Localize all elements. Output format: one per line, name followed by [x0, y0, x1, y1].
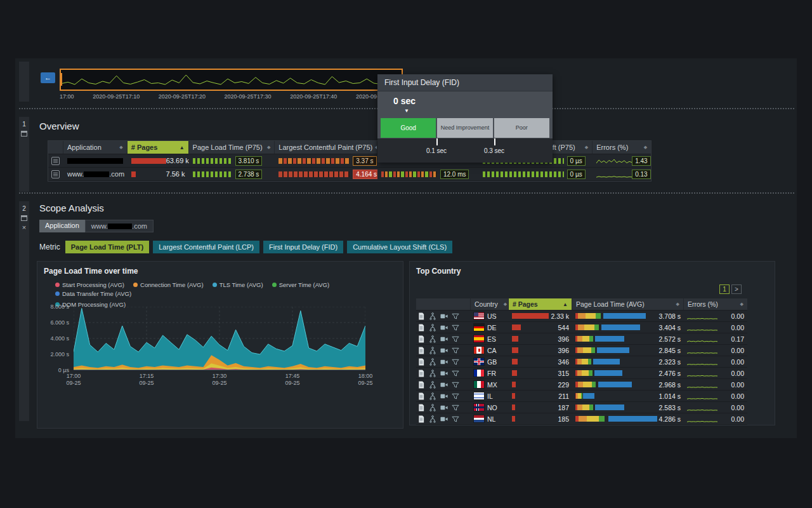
- filter-icon[interactable]: [452, 392, 459, 400]
- country-row[interactable]: DE5443.404 s0.00: [416, 322, 747, 333]
- filter-icon[interactable]: [452, 381, 459, 389]
- row-detail-icon[interactable]: [51, 170, 60, 178]
- filter-icon[interactable]: [452, 415, 459, 423]
- country-row[interactable]: FR3152.476 s0.00: [416, 368, 747, 379]
- header-lcp[interactable]: Largest Contentful Paint (P75)◆: [275, 141, 377, 154]
- plt-area-chart[interactable]: 8.000 s6.000 s4.000 s2.000 s0 µs17:0009-…: [74, 307, 365, 370]
- user-session-icon[interactable]: [429, 347, 436, 354]
- country-row[interactable]: CA3962.845 s0.00: [416, 345, 747, 356]
- mx-flag-icon: [474, 381, 484, 388]
- page-icon[interactable]: [417, 324, 425, 331]
- metric-button-2[interactable]: Largest Contentful Paint (LCP): [153, 241, 259, 253]
- application-filter-value[interactable]: www..com: [85, 220, 154, 232]
- country-row[interactable]: NO1872.583 s0.00: [416, 402, 747, 413]
- country-row[interactable]: IL2111.014 s0.00: [416, 391, 747, 402]
- legend-item[interactable]: Server Time (AVG): [272, 281, 330, 288]
- pages-cell: 396: [509, 345, 572, 356]
- page-icon[interactable]: [417, 347, 425, 354]
- header-errors[interactable]: Errors (%)◆: [684, 298, 747, 310]
- country-row[interactable]: NL1854.286 s0.00: [416, 413, 747, 425]
- session-replay-icon[interactable]: [440, 335, 448, 343]
- legend-item[interactable]: Data Transfer Time (AVG): [55, 290, 131, 297]
- country-code: CA: [487, 347, 497, 354]
- time-tick: 2020-09-25T17:40: [290, 93, 337, 100]
- filter-icon[interactable]: [452, 370, 459, 377]
- filter-icon[interactable]: [452, 312, 459, 320]
- page-icon[interactable]: [417, 312, 425, 320]
- metric-button-3[interactable]: First Input Delay (FID): [263, 241, 343, 253]
- header-page-load-time[interactable]: Page Load Time (AVG)◆: [572, 298, 684, 310]
- page-number-button[interactable]: 1: [719, 284, 730, 294]
- user-session-icon[interactable]: [429, 358, 436, 366]
- pages-cell: 187: [509, 402, 572, 413]
- session-replay-icon[interactable]: [440, 381, 448, 389]
- filter-icon[interactable]: [452, 358, 459, 366]
- plt-value: 2.323 s: [659, 358, 681, 366]
- plt-cell: 3.708 s: [572, 311, 684, 321]
- user-session-icon[interactable]: [429, 415, 436, 423]
- page-icon[interactable]: [417, 335, 425, 343]
- sort-asc-icon: ▲: [180, 145, 185, 150]
- session-replay-icon[interactable]: [440, 324, 448, 331]
- legend-item[interactable]: Connection Time (AVG): [133, 281, 204, 288]
- pages-bar: [512, 324, 521, 330]
- session-replay-icon[interactable]: [440, 347, 448, 354]
- header-country[interactable]: Country◆: [471, 298, 509, 310]
- page-icon[interactable]: [417, 370, 425, 377]
- plt-cell: 4.286 s: [572, 413, 684, 424]
- header-pages[interactable]: # Pages▲: [128, 141, 189, 154]
- country-row[interactable]: ES3962.572 s0.17: [416, 333, 747, 345]
- filter-icon[interactable]: [452, 347, 459, 354]
- session-replay-icon[interactable]: [440, 312, 448, 320]
- user-session-icon[interactable]: [429, 324, 436, 331]
- header-errors[interactable]: Errors (%)◆: [593, 141, 651, 154]
- x-axis-label: 18:0009-25: [358, 373, 372, 387]
- metric-button-1[interactable]: Page Load Time (PLT): [65, 241, 150, 253]
- session-replay-icon[interactable]: [440, 404, 448, 411]
- legend-item[interactable]: Start Processing (AVG): [55, 281, 124, 288]
- session-replay-icon[interactable]: [440, 370, 448, 377]
- page-icon[interactable]: [417, 392, 425, 400]
- plt-cell: 2.323 s: [572, 356, 684, 367]
- country-cell: US: [471, 311, 509, 321]
- page-icon[interactable]: [417, 415, 425, 423]
- filter-icon[interactable]: [452, 324, 459, 331]
- country-row[interactable]: GB3462.323 s0.00: [416, 356, 747, 368]
- header-pages[interactable]: # Pages▲: [509, 298, 572, 310]
- cls-bar: [483, 171, 564, 177]
- back-button[interactable]: ←: [41, 72, 55, 83]
- page-icon[interactable]: [417, 381, 425, 389]
- user-session-icon[interactable]: [429, 312, 436, 320]
- row-detail-icon[interactable]: [51, 157, 60, 165]
- user-session-icon[interactable]: [429, 335, 436, 343]
- header-application[interactable]: Application◆: [63, 141, 128, 154]
- table-row[interactable]: 63.69 k3.810 s3.37 s0 µs1.43: [48, 154, 651, 168]
- country-row[interactable]: US2.33 k3.708 s0.00: [416, 311, 747, 322]
- plt-value: 4.286 s: [659, 415, 681, 423]
- session-replay-icon[interactable]: [440, 415, 448, 423]
- next-page-button[interactable]: >: [731, 284, 742, 294]
- tile-close-icon[interactable]: ×: [22, 224, 26, 231]
- user-session-icon[interactable]: [429, 404, 436, 411]
- page-icon[interactable]: [417, 404, 425, 411]
- timeline-chart[interactable]: [60, 69, 403, 91]
- header-page-load-time[interactable]: Page Load Time (P75)◆: [189, 141, 275, 154]
- filter-icon[interactable]: [452, 404, 459, 411]
- tile-menu-icon[interactable]: [21, 131, 27, 137]
- country-row[interactable]: MX2292.968 s0.00: [416, 379, 747, 391]
- session-replay-icon[interactable]: [440, 392, 448, 400]
- top-country-panel: Top Country 1 > Country◆ # Pages▲ Page L…: [409, 261, 775, 425]
- user-session-icon[interactable]: [429, 370, 436, 377]
- user-session-icon[interactable]: [429, 381, 436, 389]
- overview-table: Application◆ # Pages▲ Page Load Time (P7…: [48, 140, 652, 182]
- table-row[interactable]: www..com7.56 k2.738 s4.164 s12.0 ms0 µs0…: [48, 168, 651, 181]
- session-replay-icon[interactable]: [440, 358, 448, 366]
- legend-item[interactable]: TLS Time (AVG): [213, 281, 263, 288]
- metric-button-4[interactable]: Cumulative Layout Shift (CLS): [347, 241, 452, 253]
- page-icon[interactable]: [417, 358, 425, 366]
- user-session-icon[interactable]: [429, 392, 436, 400]
- errors-cell: 0.00: [684, 322, 747, 333]
- tile-menu-icon[interactable]: [21, 215, 27, 221]
- plt-stacked-bar: [575, 382, 632, 387]
- filter-icon[interactable]: [452, 335, 459, 343]
